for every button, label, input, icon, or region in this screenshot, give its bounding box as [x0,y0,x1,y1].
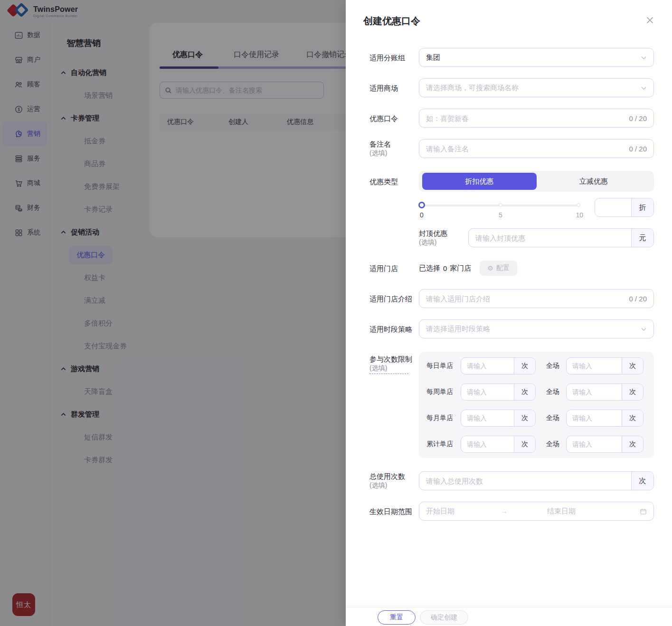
create-discount-code-drawer: 创建优惠口令 适用分账组 集团 适用商场 请选择商场，可搜索商场名称 优惠口令 … [346,0,672,626]
remark-input[interactable] [419,140,629,158]
unit-ci: 次 [622,410,643,426]
field-optional-tag: (选填) [419,238,468,247]
field-label: 总使用次数 (选填) [369,472,419,490]
field-optional-tag: (选填) [369,481,419,490]
scope-label: 全场 [546,440,559,448]
limit-row-cumulative: 累计单店 次 全场 次 [426,435,646,454]
confirm-create-button[interactable]: 确定创建 [420,610,468,625]
limit-monthly-global-input[interactable] [567,414,622,422]
field-label-text: 参与次数限制 [369,355,419,364]
char-counter: 0 / 20 [629,114,653,122]
unit-ci: 次 [622,436,643,452]
stores-selected-suffix: 家门店 [450,264,471,273]
slider-mark-0: 0 [420,211,424,219]
limit-row-monthly: 每月单店 次 全场 次 [426,409,646,428]
field-label: 适用分账组 [369,53,419,62]
store-intro-input[interactable] [419,290,629,308]
segment-discount-amount[interactable]: 立减优惠 [537,173,651,190]
field-label-text: 封顶优惠 [419,229,468,238]
limit-daily-store-input[interactable] [461,362,514,370]
form-row-total-uses: 总使用次数 (选填) 次 [369,471,654,490]
scope-label: 全场 [546,362,559,370]
scope-label: 全场 [546,388,559,396]
limit-weekly-store-input[interactable] [461,388,514,396]
gear-icon: ⚙ [487,264,493,272]
store-intro-field: 0 / 20 [419,289,654,308]
unit-ci: 次 [514,358,535,374]
unit-ci: 次 [514,410,535,426]
limits-panel: 每日单店 次 全场 次 每周单店 次 全场 [419,352,654,458]
discount-slider[interactable]: 0 5 10 [422,202,579,219]
limit-row-label: 每月单店 [426,414,455,422]
discount-value-input[interactable] [595,198,631,216]
field-label: 适用门店 [369,264,419,273]
unit-ci: 次 [622,358,643,374]
limit-row-label: 累计单店 [426,440,455,448]
limit-row-label: 每日单店 [426,362,455,370]
drawer-title: 创建优惠口令 [363,15,420,28]
configure-label: 配置 [496,264,510,272]
limit-cumulative-store-input[interactable] [461,440,514,448]
account-group-select[interactable]: 集团 [419,48,654,67]
period-strategy-select[interactable]: 请选择适用时段策略 [419,319,654,338]
unit-ci: 次 [514,384,535,400]
field-optional-tag: (选填) [369,149,419,158]
limit-weekly-global-field: 次 [566,383,644,401]
limit-monthly-store-input[interactable] [461,414,514,422]
form-row-account-group: 适用分账组 集团 [369,48,654,67]
stores-selected-count: 0 [443,264,447,272]
field-label: 适用商场 [369,84,419,93]
chevron-down-icon [641,326,647,332]
total-uses-input[interactable] [419,472,631,490]
account-group-value: 集团 [419,53,641,62]
stores-selection: 已选择 0 家门店 ⚙ 配置 [419,261,654,276]
field-label-text: 备注名 [369,140,419,149]
limit-monthly-store-field: 次 [461,410,536,427]
field-label: 参与次数限制 (选填) [369,352,419,374]
reset-button[interactable]: 重置 [378,610,416,625]
end-date-placeholder: 结束日期 [547,507,640,516]
field-label-text: 总使用次数 [369,472,419,481]
limit-daily-global-field: 次 [566,357,644,374]
cap-input[interactable] [469,229,631,247]
form-row-limits: 参与次数限制 (选填) 每日单店 次 全场 次 每周单店 [369,352,654,458]
field-label: 备注名 (选填) [369,140,419,158]
slider-mark-5: 5 [499,211,502,219]
field-label: 优惠口令 [369,114,419,123]
remark-field: 0 / 20 [419,139,654,158]
discount-value-field: 折 [595,198,654,217]
range-arrow-icon: → [461,507,547,515]
configure-stores-button[interactable]: ⚙ 配置 [480,261,517,276]
form-row-discount-slider: 0 5 10 折 [369,198,654,219]
char-counter: 0 / 20 [629,295,653,303]
limit-row-weekly: 每周单店 次 全场 次 [426,383,646,402]
unit-zhe: 折 [631,198,653,216]
segment-discount-percent[interactable]: 折扣优惠 [422,173,537,190]
slider-handle[interactable] [418,202,425,208]
close-icon [646,17,653,24]
period-strategy-placeholder: 请选择适用时段策略 [419,325,641,334]
total-uses-field: 次 [419,471,654,490]
slider-mark-dot-5 [499,203,502,207]
close-button[interactable] [642,12,657,28]
limit-cumulative-store-field: 次 [461,436,536,453]
field-label: 优惠类型 [369,177,419,186]
stores-selected-prefix: 已选择 [419,264,440,273]
limit-weekly-global-input[interactable] [567,388,622,396]
mall-select[interactable]: 请选择商场，可搜索商场名称 [419,78,654,97]
date-range-picker[interactable]: 开始日期 → 结束日期 [419,502,654,521]
mall-select-placeholder: 请选择商场，可搜索商场名称 [419,84,641,93]
form-row-remark: 备注名 (选填) 0 / 20 [369,139,654,158]
code-input[interactable] [419,109,629,127]
limit-daily-global-input[interactable] [567,362,622,370]
unit-ci: 次 [514,436,535,452]
limit-row-label: 每周单店 [426,388,455,396]
chevron-down-icon [641,85,647,91]
field-label: 封顶优惠 (选填) [419,229,468,247]
limit-cumulative-global-input[interactable] [567,440,622,448]
form-row-mall: 适用商场 请选择商场，可搜索商场名称 [369,78,654,97]
drawer-footer: 重置 确定创建 [346,607,672,626]
form-row-period-strategy: 适用时段策略 请选择适用时段策略 [369,319,654,338]
limit-weekly-store-field: 次 [461,383,536,401]
limit-daily-store-field: 次 [461,357,536,374]
